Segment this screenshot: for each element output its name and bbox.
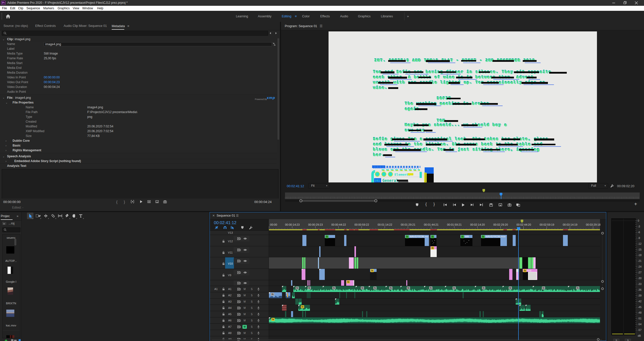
voiceover-mic-icon[interactable]: [257, 306, 260, 310]
button-export-frame[interactable]: [507, 203, 511, 207]
timeline-panel-menu-icon[interactable]: ☰: [236, 214, 239, 217]
timeline-clip[interactable]: [479, 311, 481, 317]
source-assign-A1[interactable]: A1: [214, 287, 218, 290]
track-sync-icon[interactable]: [237, 306, 241, 310]
tool-selection[interactable]: [27, 213, 33, 219]
timeline-clip[interactable]: [354, 246, 356, 257]
timeline-clip[interactable]: fxima: [523, 269, 537, 280]
button-export-frame[interactable]: [163, 200, 167, 204]
project-thumbnail[interactable]: [8, 267, 13, 274]
tab-audio-clip-mixer[interactable]: Audio Clip Mixer: Sequence 01: [64, 22, 107, 30]
track-name-A3[interactable]: A3: [228, 300, 231, 303]
timeline-clip[interactable]: [533, 257, 536, 269]
track-name-V9[interactable]: V9: [228, 274, 231, 277]
track-sync-icon[interactable]: [237, 287, 241, 291]
timeline-clip[interactable]: [483, 311, 484, 317]
timeline-clip[interactable]: [354, 257, 356, 269]
timeline-clip[interactable]: [291, 280, 292, 286]
timeline-clip[interactable]: fx: [424, 286, 445, 292]
timeline-clip[interactable]: [292, 292, 295, 299]
menu-window[interactable]: Window: [82, 6, 93, 11]
project-thumbnail[interactable]: [6, 310, 14, 317]
timeline-clip[interactable]: fx: [369, 286, 386, 292]
timeline-clip[interactable]: [519, 305, 525, 311]
track-sync-icon[interactable]: [237, 237, 241, 240]
mute-button-A4[interactable]: M: [243, 306, 247, 310]
track-sync-icon[interactable]: [237, 248, 241, 252]
project-item-label[interactable]: BRIXTN: [3, 302, 20, 305]
timeline-clip[interactable]: [354, 292, 355, 299]
project-item-label[interactable]: Google I: [3, 280, 20, 283]
track-output-eye-icon[interactable]: [243, 259, 247, 263]
button-extract[interactable]: [498, 203, 502, 207]
project-search-input[interactable]: [2, 227, 20, 232]
timeline-clip[interactable]: fx: [445, 286, 475, 292]
voiceover-mic-icon[interactable]: [257, 312, 260, 316]
restore-button[interactable]: [621, 0, 629, 6]
timeline-clip[interactable]: [513, 235, 516, 246]
timeline-clip[interactable]: [282, 305, 287, 311]
track-lock-icon[interactable]: [222, 325, 225, 328]
menu-markers[interactable]: Markers: [43, 6, 54, 11]
button-mark-in-brace[interactable]: {: [116, 200, 117, 204]
expand-icon[interactable]: ›: [6, 138, 7, 143]
timeline-clip[interactable]: [308, 292, 308, 299]
timeline-clip[interactable]: [319, 269, 325, 280]
timeline-clip[interactable]: [304, 257, 305, 269]
button-add-marker[interactable]: [240, 226, 244, 229]
track-name-A4[interactable]: A4: [228, 306, 231, 309]
link-slash-icon[interactable]: [272, 42, 276, 46]
track-lock-icon[interactable]: [222, 287, 225, 290]
timeline-clip[interactable]: [310, 280, 310, 286]
close-tab-icon[interactable]: ✕: [212, 214, 215, 217]
mute-button-A6[interactable]: M: [243, 319, 247, 322]
menu-clip[interactable]: Clip: [18, 6, 23, 11]
timeline-clip[interactable]: fx: [325, 235, 335, 246]
analysis-text-box[interactable]: [2, 169, 278, 199]
timeline-clip[interactable]: [339, 292, 340, 299]
timeline-clip[interactable]: [362, 311, 363, 317]
mute-button-A8[interactable]: M: [243, 331, 247, 335]
program-scrubber[interactable]: [285, 192, 640, 199]
menu-edit[interactable]: Edit: [10, 6, 15, 11]
track-lock-icon[interactable]: [222, 239, 225, 243]
button-lift[interactable]: [489, 203, 493, 207]
button-mark-out[interactable]: }: [433, 202, 435, 207]
track-lock-icon[interactable]: [222, 312, 225, 316]
timeline-clip[interactable]: fxWAVEFROM.mov: [481, 235, 507, 246]
timeline-clip[interactable]: [542, 311, 544, 317]
timeline-clip[interactable]: fx: [305, 286, 323, 292]
scrollbar-handle[interactable]: [601, 287, 604, 290]
timeline-clip[interactable]: fx: [568, 286, 600, 292]
mute-button-A1[interactable]: M: [243, 287, 247, 291]
panel-menu-icon[interactable]: ≡: [127, 22, 129, 30]
voiceover-mic-icon[interactable]: [257, 325, 260, 328]
timeline-clip[interactable]: [526, 305, 531, 311]
tool-hand[interactable]: [71, 213, 77, 219]
timeline-clip[interactable]: [563, 235, 568, 246]
timeline-clip[interactable]: [291, 311, 293, 317]
track-lock-icon[interactable]: [222, 331, 225, 334]
button-editor-plus[interactable]: +: [634, 201, 637, 207]
timeline-clip[interactable]: [269, 257, 519, 269]
button-insert-nested[interactable]: [215, 226, 218, 229]
folder-up-icon[interactable]: [2, 222, 7, 225]
mute-button-A5[interactable]: M: [243, 312, 247, 316]
voiceover-mic-icon[interactable]: [257, 319, 260, 322]
mute-button-A3[interactable]: M: [243, 300, 247, 304]
clip-name-input[interactable]: image4.png: [44, 42, 272, 46]
tab-program-sequence[interactable]: Program: Sequence 01☰: [285, 22, 323, 30]
timeline-clip[interactable]: [353, 280, 354, 286]
button-lift[interactable]: [147, 200, 151, 204]
solo-right-button[interactable]: S: [625, 339, 631, 341]
tool-pen[interactable]: [64, 213, 70, 219]
timeline-clip[interactable]: fx: [269, 317, 600, 324]
timeline-clip[interactable]: [406, 280, 407, 286]
timeline-clip[interactable]: [463, 292, 464, 299]
mute-button-A7[interactable]: M: [243, 325, 247, 329]
timeline-clip[interactable]: fx: [386, 286, 400, 292]
tool-track-select-forward[interactable]: [35, 213, 41, 219]
solo-button-A5[interactable]: S: [250, 312, 254, 316]
solo-button-A4[interactable]: S: [250, 306, 254, 310]
timeline-clip[interactable]: [522, 257, 528, 269]
